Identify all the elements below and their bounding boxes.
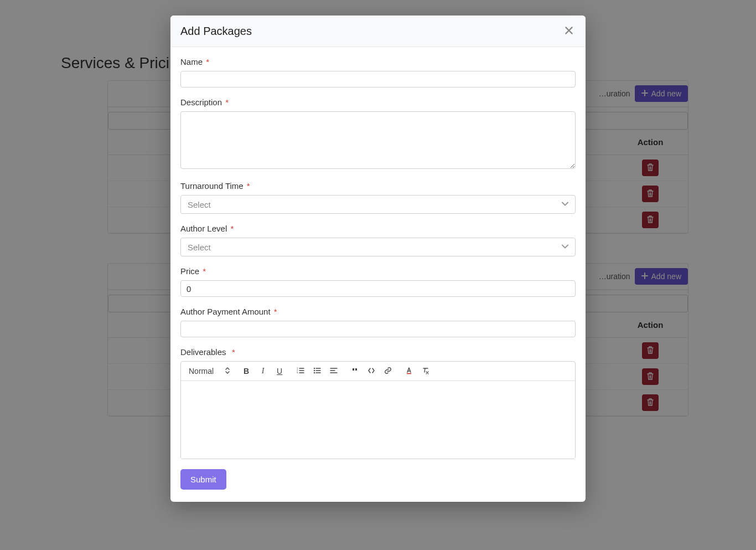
required-marker: * [247,181,250,191]
author-payment-input[interactable] [180,321,576,337]
author-level-placeholder: Select [188,243,211,252]
modal-title: Add Packages [180,25,252,38]
turnaround-select[interactable]: Select [180,195,576,214]
field-author-payment: Author Payment Amount * [180,307,576,337]
svg-rect-6 [407,373,411,374]
blockquote-button[interactable] [350,366,360,376]
chevron-down-icon [561,199,569,210]
field-deliverables: Deliverables * Normal B I U [180,347,576,459]
code-block-button[interactable] [366,366,376,376]
field-turnaround: Turnaround Time * Select [180,181,576,214]
link-icon [384,367,392,376]
name-label-text: Name [180,57,203,66]
required-marker: * [274,307,277,316]
italic-button[interactable]: I [258,366,268,376]
chevron-down-icon [561,242,569,253]
author-level-label-text: Author Level [180,224,227,233]
modal-header: Add Packages [170,16,586,47]
required-marker: * [225,97,229,107]
link-button[interactable] [383,366,393,376]
turnaround-label: Turnaround Time * [180,181,576,191]
modal-body: Name * Description * Turnaround Time * S… [170,47,586,502]
style-select-label: Normal [189,367,214,376]
field-description: Description * [180,97,576,171]
required-marker: * [232,347,235,357]
deliverables-label: Deliverables * [180,347,576,357]
format-group: B I U [241,366,284,376]
required-marker: * [206,57,209,66]
align-button[interactable] [329,366,339,376]
list-group: 123 [296,366,339,376]
field-author-level: Author Level * Select [180,224,576,256]
author-level-label: Author Level * [180,224,576,233]
ordered-list-button[interactable]: 123 [296,366,305,376]
editor-toolbar: Normal B I U 123 [181,362,575,381]
description-textarea[interactable] [180,111,576,169]
text-color-icon [405,367,413,376]
price-label: Price * [180,266,576,276]
svg-point-3 [314,367,315,368]
align-icon [330,367,338,376]
color-group [404,366,431,376]
rich-text-editor: Normal B I U 123 [180,361,576,459]
underline-button[interactable]: U [275,366,284,376]
field-name: Name * [180,57,576,88]
deliverables-label-text: Deliverables [180,347,226,357]
submit-button[interactable]: Submit [180,469,226,490]
name-label: Name * [180,57,576,66]
close-icon [564,29,574,37]
name-input[interactable] [180,71,576,88]
insert-group [350,366,393,376]
svg-point-5 [314,372,315,373]
required-marker: * [230,224,234,233]
add-packages-modal: Add Packages Name * Description * Turnar… [170,16,586,502]
svg-point-4 [314,369,315,371]
quote-icon [351,367,359,376]
svg-text:3: 3 [297,371,298,374]
close-button[interactable] [562,24,576,38]
description-label-text: Description [180,97,222,107]
clear-format-button[interactable] [421,366,431,376]
price-label-text: Price [180,266,199,276]
required-marker: * [203,266,206,276]
author-level-select[interactable]: Select [180,238,576,256]
bullet-list-icon [313,367,321,376]
bold-button[interactable]: B [241,366,251,376]
submit-label: Submit [190,475,216,484]
field-price: Price * [180,266,576,297]
editor-content[interactable] [181,381,575,459]
style-select[interactable]: Normal [189,367,230,376]
ordered-list-icon: 123 [297,367,304,376]
description-label: Description * [180,97,576,107]
price-input[interactable] [180,280,576,297]
code-icon [367,367,375,376]
bullet-list-button[interactable] [312,366,322,376]
turnaround-placeholder: Select [188,200,211,209]
text-color-button[interactable] [404,366,414,376]
turnaround-label-text: Turnaround Time [180,181,244,191]
dropdown-icon [225,367,230,376]
author-payment-label-text: Author Payment Amount [180,307,271,316]
author-payment-label: Author Payment Amount * [180,307,576,316]
clear-format-icon [422,367,429,376]
